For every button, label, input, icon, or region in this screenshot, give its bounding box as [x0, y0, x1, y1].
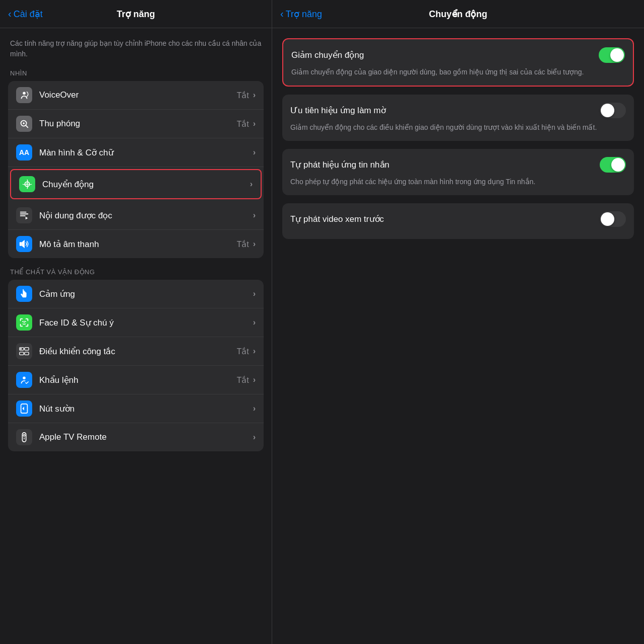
svg-rect-17 [20, 348, 22, 350]
row-switch[interactable]: Điều khiển công tắc Tắt › [8, 337, 264, 366]
voiceover-chevron: › [253, 91, 256, 100]
prefer-blur-header: Ưu tiên hiệu ứng làm mờ [290, 103, 626, 118]
svg-rect-16 [25, 352, 29, 355]
sidebutton-icon-wrapper [16, 400, 32, 417]
svg-point-11 [25, 321, 26, 322]
auto-play-msg-item: Tự phát hiệu ứng tin nhắn Cho phép tự độ… [282, 149, 634, 195]
switch-value: Tắt [236, 347, 249, 356]
auto-play-video-header: Tự phát video xem trước [290, 211, 626, 227]
row-appletv[interactable]: Apple TV Remote › [8, 423, 264, 451]
faceid-icon-wrapper [16, 314, 32, 331]
display-label: Màn hình & Cỡ chữ [39, 147, 249, 158]
right-nav-bar: ‹ Trợ năng Chuyển động [272, 0, 644, 28]
appletv-icon-wrapper [16, 429, 32, 445]
reduce-motion-header: Giảm chuyển động [291, 47, 625, 63]
settings-group-physical: Cảm ứng › [8, 280, 264, 451]
right-back-button[interactable]: ‹ Trợ năng [280, 8, 322, 20]
svg-rect-21 [22, 433, 26, 442]
svg-point-18 [23, 377, 26, 380]
reduce-motion-desc: Giảm chuyển động của giao diện người dùn… [291, 67, 625, 77]
auto-play-video-title: Tự phát video xem trước [290, 214, 384, 224]
prefer-blur-item: Ưu tiên hiệu ứng làm mờ Giảm chuyển động… [282, 95, 634, 141]
motion-icon [22, 179, 33, 190]
touch-label: Cảm ứng [39, 289, 249, 299]
voiceover-icon-wrapper [16, 87, 32, 103]
prefer-blur-title: Ưu tiên hiệu ứng làm mờ [290, 105, 386, 116]
svg-line-3 [26, 125, 28, 127]
zoom-label: Thu phóng [39, 119, 236, 129]
sidebutton-label: Nút sườn [39, 404, 249, 414]
svg-point-22 [23, 435, 25, 437]
voice-icon-wrapper [16, 372, 32, 388]
auto-play-msg-header: Tự phát hiệu ứng tin nhắn [290, 157, 626, 173]
row-motion[interactable]: Chuyển động › [10, 169, 262, 199]
voice-icon [19, 374, 30, 385]
row-spoken[interactable]: Nội dung được đọc › [8, 201, 264, 230]
auto-play-video-toggle-knob [601, 212, 614, 226]
faceid-label: Face ID & Sự chú ý [39, 317, 249, 328]
left-nav-bar: ‹ Cài đặt Trợ năng [0, 0, 272, 28]
motion-label: Chuyển động [42, 179, 246, 190]
auto-play-msg-toggle[interactable] [600, 157, 626, 173]
row-sidebutton[interactable]: Nút sườn › [8, 394, 264, 423]
right-nav-title: Chuyển động [429, 9, 488, 20]
zoom-icon [19, 118, 30, 129]
motion-icon-wrapper [19, 176, 35, 192]
auto-play-msg-toggle-knob [611, 158, 625, 172]
section-label-physical: THỂ CHẤT VÀ VẬN ĐỘNG [8, 268, 264, 276]
row-audio[interactable]: Mô tả âm thanh Tắt › [8, 230, 264, 258]
svg-rect-8 [20, 215, 26, 216]
auto-play-msg-desc: Cho phép tự động phát các hiệu ứng toàn … [290, 177, 626, 187]
svg-rect-15 [20, 352, 24, 355]
reduce-motion-toggle-knob [610, 48, 624, 62]
row-faceid[interactable]: Face ID & Sự chú ý › [8, 308, 264, 337]
svg-point-5 [26, 183, 28, 185]
left-back-button[interactable]: ‹ Cài đặt [8, 8, 43, 20]
audio-icon-wrapper [16, 236, 32, 252]
touch-icon [19, 288, 30, 299]
svg-point-10 [22, 321, 23, 322]
voice-label: Khẩu lệnh [39, 375, 236, 385]
svg-point-2 [23, 122, 25, 124]
prefer-blur-toggle[interactable] [600, 103, 626, 118]
svg-point-0 [23, 92, 26, 95]
spoken-label: Nội dung được đọc [39, 210, 249, 221]
right-back-chevron: ‹ [280, 8, 284, 20]
spoken-chevron: › [253, 211, 256, 220]
auto-play-video-item: Tự phát video xem trước [282, 203, 634, 239]
right-back-label: Trợ năng [286, 9, 322, 20]
row-zoom[interactable]: Thu phóng Tắt › [8, 110, 264, 138]
faceid-chevron: › [253, 318, 256, 327]
touch-icon-wrapper [16, 286, 32, 302]
zoom-value: Tắt [236, 119, 249, 129]
sidebutton-chevron: › [253, 404, 256, 413]
row-voice[interactable]: Khẩu lệnh Tắt › [8, 366, 264, 394]
row-voiceover[interactable]: VoiceOver Tắt › [8, 81, 264, 110]
svg-rect-9 [20, 242, 22, 246]
row-display[interactable]: AA Màn hình & Cỡ chữ › [8, 138, 264, 167]
auto-play-video-toggle[interactable] [600, 211, 626, 227]
motion-chevron: › [250, 180, 253, 189]
spoken-icon [19, 210, 30, 221]
svg-rect-7 [20, 213, 29, 214]
audio-chevron: › [253, 239, 256, 249]
switch-icon [19, 346, 30, 357]
switch-label: Điều khiển công tắc [39, 346, 236, 357]
voiceover-label: VoiceOver [39, 90, 236, 100]
appletv-label: Apple TV Remote [39, 432, 249, 442]
voiceover-value: Tắt [236, 91, 249, 100]
faceid-icon [19, 317, 30, 328]
reduce-motion-title: Giảm chuyển động [291, 50, 364, 60]
voice-chevron: › [253, 375, 256, 384]
left-panel: ‹ Cài đặt Trợ năng Các tính năng trợ năn… [0, 0, 272, 644]
prefer-blur-toggle-knob [601, 104, 614, 117]
reduce-motion-toggle[interactable] [599, 47, 625, 63]
zoom-icon-wrapper [16, 116, 32, 132]
display-chevron: › [253, 148, 256, 157]
auto-play-msg-title: Tự phát hiệu ứng tin nhắn [290, 159, 389, 170]
right-panel: ‹ Trợ năng Chuyển động Giảm chuyển động … [272, 0, 644, 644]
sidebutton-icon [19, 403, 30, 414]
row-touch[interactable]: Cảm ứng › [8, 280, 264, 308]
display-icon-wrapper: AA [16, 144, 32, 160]
left-content: Các tính năng trợ năng giúp bạn tùy chỉn… [0, 28, 272, 644]
